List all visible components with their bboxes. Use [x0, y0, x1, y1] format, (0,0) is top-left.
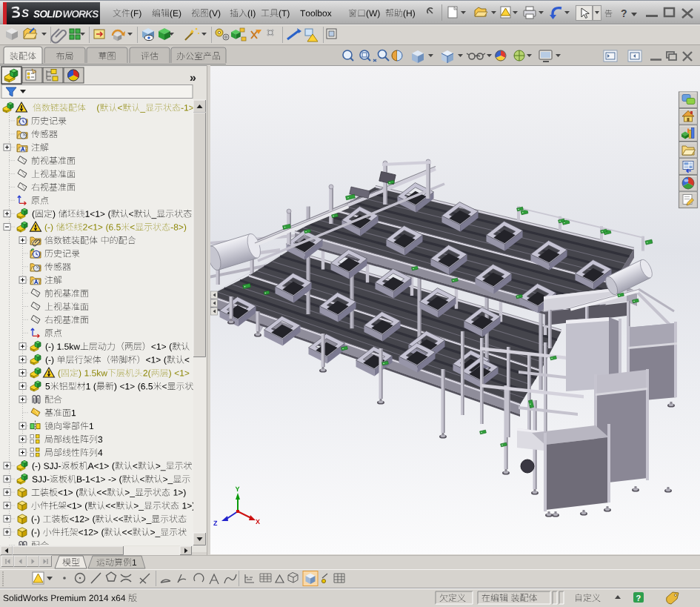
svg-text:?: ? — [636, 594, 641, 603]
svg-text:?: ? — [621, 7, 627, 19]
